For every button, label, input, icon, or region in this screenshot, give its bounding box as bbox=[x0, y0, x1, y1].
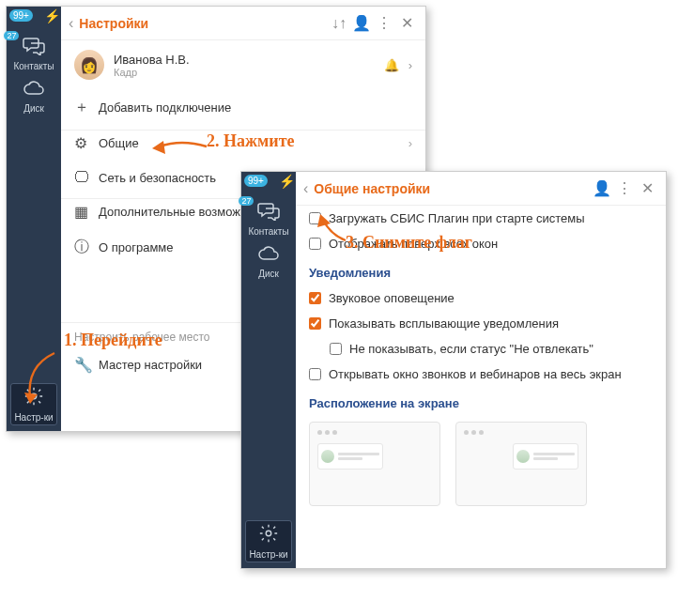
checkbox[interactable] bbox=[330, 343, 342, 355]
status-icon: ⚡ bbox=[279, 174, 295, 189]
checkbox[interactable] bbox=[309, 238, 321, 250]
plus-icon: ＋ bbox=[74, 98, 99, 117]
cloud-icon bbox=[23, 79, 45, 103]
svg-point-0 bbox=[31, 393, 37, 399]
monitor-icon: 🖵 bbox=[74, 169, 99, 186]
always-on-top-checkbox[interactable]: Отображать поверх всех окон bbox=[296, 231, 666, 256]
chat-icon: 27 bbox=[248, 202, 288, 226]
checkbox[interactable] bbox=[309, 212, 321, 224]
info-icon: ⓘ bbox=[74, 238, 99, 257]
popup-checkbox[interactable]: Показывать всплывающие уведомления bbox=[296, 311, 666, 336]
sidebar-item-settings[interactable]: Настр-ки bbox=[245, 520, 291, 562]
sidebar-item-disk[interactable]: Диск bbox=[23, 79, 45, 114]
dnd-checkbox[interactable]: Не показывать, если статус "Не отвлекать… bbox=[296, 336, 666, 362]
avatar: 👩 bbox=[74, 50, 104, 80]
sidebar: 99+ ⚡ 27 Контакты Диск Настр-ки bbox=[241, 172, 296, 568]
profile-row[interactable]: 👩 Иванова Н.В. Кадр 🔔 › bbox=[61, 40, 425, 89]
person-icon[interactable]: 👤 bbox=[350, 14, 373, 32]
gear-icon bbox=[14, 386, 53, 412]
header: ‹ Настройки ↓↑ 👤 ⋮ ✕ bbox=[61, 7, 425, 40]
sound-checkbox[interactable]: Звуковое оповещение bbox=[296, 285, 666, 311]
notification-badge: 99+ bbox=[9, 9, 33, 22]
sidebar-item-contacts[interactable]: 27 Контакты bbox=[248, 202, 288, 237]
close-icon[interactable]: ✕ bbox=[636, 179, 658, 197]
cloud-icon bbox=[257, 244, 280, 269]
person-icon[interactable]: 👤 bbox=[591, 179, 613, 197]
menu-icon[interactable]: ⋮ bbox=[613, 179, 636, 197]
header: ‹ Общие настройки 👤 ⋮ ✕ bbox=[296, 172, 666, 206]
notification-badge: 99+ bbox=[244, 175, 268, 187]
chevron-right-icon: › bbox=[408, 136, 412, 150]
status-icon: ⚡ bbox=[44, 8, 60, 23]
grid-icon: ▦ bbox=[74, 203, 99, 221]
chevron-right-icon[interactable]: › bbox=[408, 58, 412, 72]
back-icon[interactable]: ‹ bbox=[303, 180, 308, 197]
fullscreen-calls-checkbox[interactable]: Открывать окно звонков и вебинаров на ве… bbox=[296, 362, 666, 387]
general-row[interactable]: ⚙ Общие › bbox=[61, 130, 425, 161]
sidebar-item-disk[interactable]: Диск bbox=[257, 244, 280, 279]
position-option-top-left[interactable] bbox=[309, 422, 440, 506]
menu-icon[interactable]: ⋮ bbox=[373, 14, 395, 32]
sidebar-item-settings[interactable]: Настр-ки bbox=[10, 383, 56, 425]
page-title: Общие настройки bbox=[314, 181, 591, 196]
chat-icon: 27 bbox=[13, 37, 54, 61]
checkbox[interactable] bbox=[309, 292, 321, 304]
add-connection-row[interactable]: ＋ Добавить подключение bbox=[61, 89, 425, 126]
sidebar-item-contacts[interactable]: 27 Контакты bbox=[13, 37, 54, 71]
gear-icon bbox=[249, 523, 287, 549]
sort-icon[interactable]: ↓↑ bbox=[328, 15, 350, 32]
close-icon[interactable]: ✕ bbox=[395, 14, 418, 32]
user-name: Иванова Н.В. bbox=[114, 53, 190, 67]
gear-icon: ⚙ bbox=[74, 134, 99, 152]
load-on-start-checkbox[interactable]: Загружать СБИС Плагин при старте системы bbox=[296, 206, 666, 231]
general-settings-window: 99+ ⚡ 27 Контакты Диск Настр-ки ‹ Общие … bbox=[240, 171, 667, 569]
general-settings-content: ‹ Общие настройки 👤 ⋮ ✕ Загружать СБИС П… bbox=[296, 172, 666, 568]
sidebar: 99+ ⚡ 27 Контакты Диск Настр-ки bbox=[7, 7, 61, 431]
bell-icon[interactable]: 🔔 bbox=[384, 58, 399, 72]
notifications-section: Уведомления bbox=[296, 256, 666, 285]
checkbox[interactable] bbox=[309, 368, 321, 380]
user-dept: Кадр bbox=[114, 67, 190, 78]
page-title: Настройки bbox=[79, 16, 328, 31]
back-icon[interactable]: ‹ bbox=[69, 15, 73, 32]
svg-point-1 bbox=[266, 531, 271, 536]
position-option-top-right[interactable] bbox=[455, 422, 587, 506]
wrench-icon: 🔧 bbox=[74, 356, 99, 374]
position-section: Расположение на экране bbox=[296, 387, 666, 416]
checkbox[interactable] bbox=[309, 317, 321, 330]
